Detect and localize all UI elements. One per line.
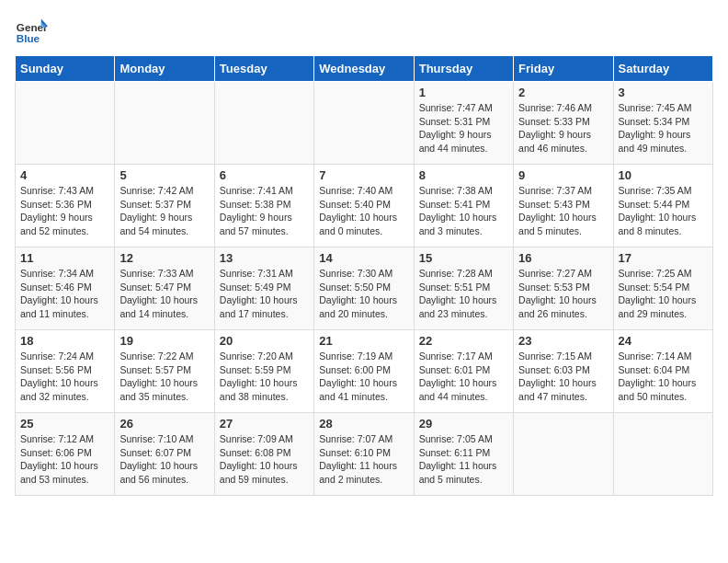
week-row: 25Sunrise: 7:12 AM Sunset: 6:06 PM Dayli… [16, 413, 713, 496]
day-info: Sunrise: 7:30 AM Sunset: 5:50 PM Dayligh… [319, 267, 408, 321]
calendar-cell [514, 413, 613, 496]
calendar-cell: 4Sunrise: 7:43 AM Sunset: 5:36 PM Daylig… [16, 165, 115, 247]
calendar-cell: 20Sunrise: 7:20 AM Sunset: 5:59 PM Dayli… [214, 330, 313, 413]
day-number: 24 [619, 334, 708, 348]
calendar-cell: 26Sunrise: 7:10 AM Sunset: 6:07 PM Dayli… [115, 413, 214, 496]
day-number: 29 [419, 417, 508, 431]
day-info: Sunrise: 7:24 AM Sunset: 5:56 PM Dayligh… [20, 350, 109, 404]
day-number: 10 [619, 168, 708, 182]
day-info: Sunrise: 7:10 AM Sunset: 6:07 PM Dayligh… [119, 432, 209, 487]
week-row: 18Sunrise: 7:24 AM Sunset: 5:56 PM Dayli… [16, 330, 713, 413]
day-info: Sunrise: 7:28 AM Sunset: 5:51 PM Dayligh… [419, 267, 508, 321]
day-info: Sunrise: 7:35 AM Sunset: 5:44 PM Dayligh… [619, 184, 708, 238]
day-info: Sunrise: 7:07 AM Sunset: 6:10 PM Dayligh… [319, 432, 408, 487]
day-info: Sunrise: 7:31 AM Sunset: 5:49 PM Dayligh… [220, 267, 309, 321]
calendar-cell: 8Sunrise: 7:38 AM Sunset: 5:41 PM Daylig… [414, 165, 513, 247]
day-number: 22 [419, 334, 508, 348]
calendar-cell: 1Sunrise: 7:47 AM Sunset: 5:31 PM Daylig… [414, 82, 513, 165]
day-number: 5 [119, 168, 209, 182]
calendar-cell [16, 82, 115, 165]
day-info: Sunrise: 7:34 AM Sunset: 5:46 PM Dayligh… [20, 267, 109, 321]
day-info: Sunrise: 7:14 AM Sunset: 6:04 PM Dayligh… [619, 350, 708, 404]
calendar-cell: 3Sunrise: 7:45 AM Sunset: 5:34 PM Daylig… [613, 82, 712, 165]
day-number: 14 [319, 251, 408, 265]
day-number: 20 [220, 334, 309, 348]
column-header-sunday: Sunday [16, 56, 115, 82]
column-header-tuesday: Tuesday [214, 56, 313, 82]
day-number: 11 [20, 251, 109, 265]
calendar-cell [314, 82, 414, 165]
calendar-cell [115, 82, 214, 165]
day-info: Sunrise: 7:22 AM Sunset: 5:57 PM Dayligh… [119, 350, 209, 404]
calendar-cell: 12Sunrise: 7:33 AM Sunset: 5:47 PM Dayli… [115, 247, 214, 330]
calendar-cell: 14Sunrise: 7:30 AM Sunset: 5:50 PM Dayli… [314, 247, 414, 330]
day-info: Sunrise: 7:09 AM Sunset: 6:08 PM Dayligh… [220, 432, 309, 487]
calendar-table: SundayMondayTuesdayWednesdayThursdayFrid… [15, 55, 713, 496]
day-info: Sunrise: 7:38 AM Sunset: 5:41 PM Dayligh… [419, 184, 508, 238]
day-info: Sunrise: 7:15 AM Sunset: 6:03 PM Dayligh… [518, 350, 608, 404]
day-number: 17 [619, 251, 708, 265]
day-info: Sunrise: 7:43 AM Sunset: 5:36 PM Dayligh… [20, 184, 109, 238]
calendar-cell [214, 82, 313, 165]
column-header-wednesday: Wednesday [314, 56, 414, 82]
day-number: 6 [220, 168, 309, 182]
day-info: Sunrise: 7:19 AM Sunset: 6:00 PM Dayligh… [319, 350, 408, 404]
column-header-thursday: Thursday [414, 56, 513, 82]
calendar-cell: 2Sunrise: 7:46 AM Sunset: 5:33 PM Daylig… [514, 82, 613, 165]
day-number: 2 [518, 86, 608, 99]
day-info: Sunrise: 7:25 AM Sunset: 5:54 PM Dayligh… [619, 267, 708, 321]
calendar-cell: 25Sunrise: 7:12 AM Sunset: 6:06 PM Dayli… [16, 413, 115, 496]
day-number: 21 [319, 334, 408, 348]
day-info: Sunrise: 7:42 AM Sunset: 5:37 PM Dayligh… [119, 184, 209, 238]
calendar-cell: 16Sunrise: 7:27 AM Sunset: 5:53 PM Dayli… [514, 247, 613, 330]
day-number: 4 [20, 168, 109, 182]
day-number: 9 [518, 168, 608, 182]
day-number: 15 [419, 251, 508, 265]
calendar-cell: 29Sunrise: 7:05 AM Sunset: 6:11 PM Dayli… [414, 413, 513, 496]
calendar-cell: 23Sunrise: 7:15 AM Sunset: 6:03 PM Dayli… [514, 330, 613, 413]
week-row: 4Sunrise: 7:43 AM Sunset: 5:36 PM Daylig… [16, 165, 713, 247]
column-header-friday: Friday [514, 56, 613, 82]
column-header-monday: Monday [115, 56, 214, 82]
day-number: 18 [20, 334, 109, 348]
calendar-cell: 18Sunrise: 7:24 AM Sunset: 5:56 PM Dayli… [16, 330, 115, 413]
day-number: 25 [20, 417, 109, 431]
day-number: 7 [319, 168, 408, 182]
logo-icon: General Blue [15, 15, 48, 48]
day-info: Sunrise: 7:37 AM Sunset: 5:43 PM Dayligh… [518, 184, 608, 238]
calendar-cell: 17Sunrise: 7:25 AM Sunset: 5:54 PM Dayli… [613, 247, 712, 330]
day-number: 12 [119, 251, 209, 265]
day-number: 8 [419, 168, 508, 182]
calendar-cell: 6Sunrise: 7:41 AM Sunset: 5:38 PM Daylig… [214, 165, 313, 247]
calendar-cell: 22Sunrise: 7:17 AM Sunset: 6:01 PM Dayli… [414, 330, 513, 413]
column-header-saturday: Saturday [613, 56, 712, 82]
calendar-cell: 24Sunrise: 7:14 AM Sunset: 6:04 PM Dayli… [613, 330, 712, 413]
calendar-cell: 10Sunrise: 7:35 AM Sunset: 5:44 PM Dayli… [613, 165, 712, 247]
day-info: Sunrise: 7:40 AM Sunset: 5:40 PM Dayligh… [319, 184, 408, 238]
day-number: 13 [220, 251, 309, 265]
day-number: 16 [518, 251, 608, 265]
day-number: 27 [220, 417, 309, 431]
day-number: 28 [319, 417, 408, 431]
calendar-cell: 13Sunrise: 7:31 AM Sunset: 5:49 PM Dayli… [214, 247, 313, 330]
header-row: SundayMondayTuesdayWednesdayThursdayFrid… [16, 56, 713, 82]
calendar-cell: 11Sunrise: 7:34 AM Sunset: 5:46 PM Dayli… [16, 247, 115, 330]
day-number: 19 [119, 334, 209, 348]
day-info: Sunrise: 7:17 AM Sunset: 6:01 PM Dayligh… [419, 350, 508, 404]
day-number: 26 [119, 417, 209, 431]
calendar-cell: 28Sunrise: 7:07 AM Sunset: 6:10 PM Dayli… [314, 413, 414, 496]
logo: General Blue [15, 15, 48, 48]
calendar-cell: 5Sunrise: 7:42 AM Sunset: 5:37 PM Daylig… [115, 165, 214, 247]
day-info: Sunrise: 7:27 AM Sunset: 5:53 PM Dayligh… [518, 267, 608, 321]
day-number: 23 [518, 334, 608, 348]
calendar-cell: 9Sunrise: 7:37 AM Sunset: 5:43 PM Daylig… [514, 165, 613, 247]
day-info: Sunrise: 7:46 AM Sunset: 5:33 PM Dayligh… [518, 101, 608, 155]
day-info: Sunrise: 7:05 AM Sunset: 6:11 PM Dayligh… [419, 432, 508, 487]
page-header: General Blue [15, 15, 713, 48]
day-info: Sunrise: 7:41 AM Sunset: 5:38 PM Dayligh… [220, 184, 309, 238]
week-row: 1Sunrise: 7:47 AM Sunset: 5:31 PM Daylig… [16, 82, 713, 165]
calendar-cell: 15Sunrise: 7:28 AM Sunset: 5:51 PM Dayli… [414, 247, 513, 330]
week-row: 11Sunrise: 7:34 AM Sunset: 5:46 PM Dayli… [16, 247, 713, 330]
day-info: Sunrise: 7:20 AM Sunset: 5:59 PM Dayligh… [220, 350, 309, 404]
day-info: Sunrise: 7:12 AM Sunset: 6:06 PM Dayligh… [20, 432, 109, 487]
